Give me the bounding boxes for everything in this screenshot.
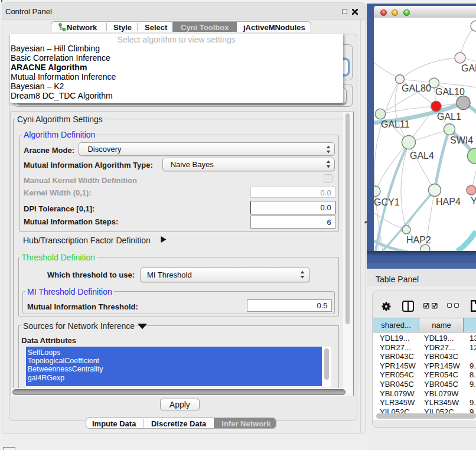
svg-text:Y: Y [471,196,476,206]
svg-text:GAL: GAL [461,63,476,73]
svg-text:GAL1: GAL1 [437,112,461,122]
svg-text:HAP4: HAP4 [436,197,461,207]
svg-text:GAL10: GAL10 [435,87,465,97]
svg-text:GAL11: GAL11 [381,119,410,129]
svg-text:GCY1: GCY1 [374,197,400,207]
svg-text:SWI4: SWI4 [450,135,473,145]
svg-text:HAP2: HAP2 [406,235,431,245]
svg-text:GAL80: GAL80 [402,83,431,93]
svg-text:GAL4: GAL4 [410,151,434,161]
